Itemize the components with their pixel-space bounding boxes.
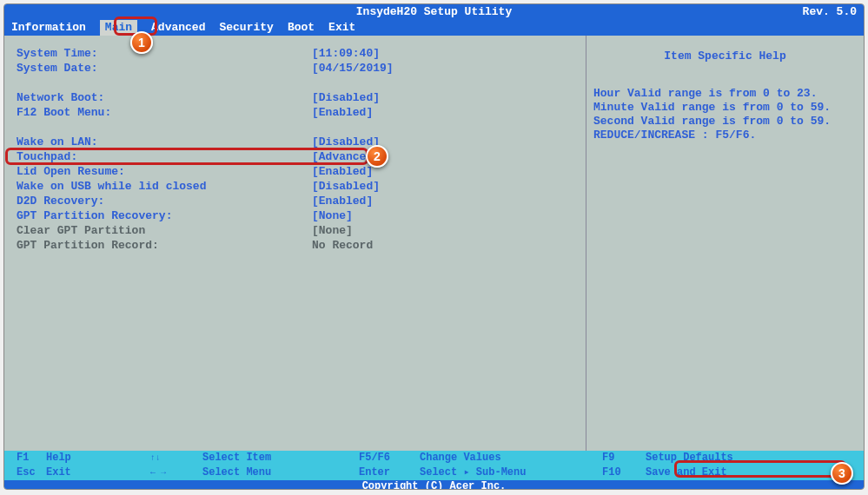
menu-main[interactable]: Main [100, 20, 137, 36]
setting-row-4[interactable]: Wake on LAN:[Disabled] [17, 135, 577, 149]
setting-value[interactable]: [04/15/2019] [312, 61, 394, 76]
help-pane: Item Specific Help Hour Valid range is f… [586, 36, 864, 451]
setting-value: No Record [312, 238, 373, 253]
setting-value[interactable]: [Enabled] [312, 105, 373, 120]
callout-badge-2: 2 [366, 145, 388, 168]
menu-advanced[interactable]: Advanced [151, 20, 205, 36]
setting-value[interactable]: [None] [312, 208, 353, 223]
help-body: Hour Valid range is from 0 to 23. Minute… [593, 87, 857, 142]
callout-badge-3: 3 [831, 462, 853, 485]
setting-value[interactable]: [Disabled] [312, 179, 380, 194]
setting-value[interactable]: [Disabled] [312, 90, 380, 105]
arrow-leftright-icon: ← → [150, 465, 202, 480]
hint-sub-menu: Select ▸ Sub-Menu [420, 465, 526, 480]
setting-value[interactable]: [Enabled] [312, 194, 373, 208]
help-title: Item Specific Help [593, 50, 857, 63]
callout-badge-1: 1 [130, 31, 153, 54]
menu-security[interactable]: Security [219, 20, 273, 36]
menu-exit[interactable]: Exit [328, 20, 355, 36]
hint-key-esc: Esc [4, 465, 46, 480]
setting-label: GPT Partition Recovery: [17, 208, 312, 223]
setting-label: Wake on LAN: [17, 135, 312, 149]
revision-label: Rev. 5.0 [803, 4, 857, 20]
setting-label: Lid Open Resume: [17, 164, 312, 179]
setting-row-11: GPT Partition Record:No Record [17, 238, 577, 253]
copyright: Copyright (C) Acer Inc. [4, 480, 864, 490]
setting-row-8[interactable]: D2D Recovery:[Enabled] [17, 194, 577, 208]
hint-select-menu: Select Menu [202, 465, 271, 480]
hint-change-values: Change Values [420, 451, 501, 465]
hint-key-f9: F9 [602, 451, 646, 465]
setting-label: System Date: [17, 61, 312, 76]
hint-select-item: Select Item [202, 451, 271, 465]
hint-key-f10: F10 [602, 465, 646, 480]
hint-exit: Exit [46, 465, 150, 480]
settings-pane: System Time:[11:09:40]System Date:[04/15… [4, 36, 586, 451]
setting-row-5[interactable]: Touchpad:[Advanced] [17, 149, 577, 164]
setting-label: Touchpad: [17, 149, 312, 164]
setting-value: [None] [312, 223, 353, 238]
setting-row-10: Clear GPT Partition[None] [17, 223, 577, 238]
menu-boot[interactable]: Boot [288, 20, 315, 36]
setting-row-7[interactable]: Wake on USB while lid closed[Disabled] [17, 179, 577, 194]
hint-help: Help [46, 451, 150, 465]
setting-value[interactable]: [11:09:40] [312, 46, 380, 61]
footer-hints: F1Help ↑↓Select Item F5/F6Change Values … [4, 451, 864, 480]
setting-row-1[interactable]: System Date:[04/15/2019] [17, 61, 577, 76]
hint-save-exit: Save and Exit [646, 465, 727, 480]
setting-label: F12 Boot Menu: [17, 105, 312, 120]
menu-information[interactable]: Information [11, 20, 86, 36]
hint-key-enter: Enter [359, 465, 420, 480]
setting-label: Network Boot: [17, 90, 312, 105]
setting-value[interactable]: [Enabled] [312, 164, 373, 179]
setting-row-2[interactable]: Network Boot:[Disabled] [17, 90, 577, 105]
setting-label: Wake on USB while lid closed [17, 179, 312, 194]
hint-key-f1: F1 [4, 451, 46, 465]
setting-row-0[interactable]: System Time:[11:09:40] [17, 46, 577, 61]
arrow-updown-icon: ↑↓ [150, 451, 202, 465]
setting-label: GPT Partition Record: [17, 238, 312, 253]
setting-row-3[interactable]: F12 Boot Menu:[Enabled] [17, 105, 577, 120]
setting-label: D2D Recovery: [17, 194, 312, 208]
title-bar: InsydeH20 Setup Utility Rev. 5.0 [4, 4, 864, 20]
hint-key-f5f6: F5/F6 [359, 451, 420, 465]
hint-setup-defaults: Setup Defaults [646, 451, 733, 465]
setting-row-9[interactable]: GPT Partition Recovery:[None] [17, 208, 577, 223]
app-title: InsydeH20 Setup Utility [4, 4, 864, 20]
setting-label: Clear GPT Partition [17, 223, 312, 238]
setting-label: System Time: [17, 46, 312, 61]
setting-row-6[interactable]: Lid Open Resume:[Enabled] [17, 164, 577, 179]
menu-bar[interactable]: Information Main Advanced Security Boot … [4, 20, 864, 36]
